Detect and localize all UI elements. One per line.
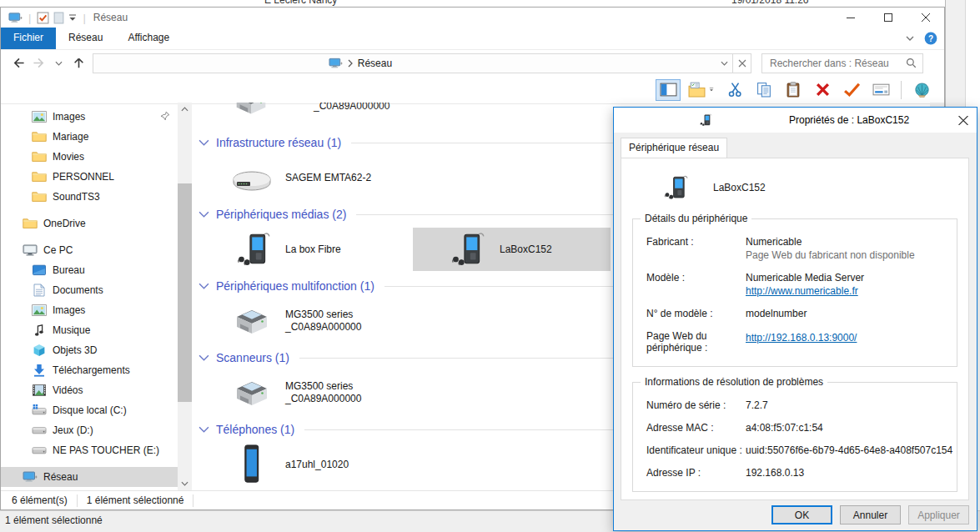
recent-locations-button[interactable]: [49, 54, 68, 73]
folderopts-button[interactable]: [685, 79, 718, 101]
sidebar-item-onedrive[interactable]: OneDrive: [1, 213, 192, 233]
forward-button[interactable]: [29, 54, 48, 73]
sidebar-item-t-l-chargements[interactable]: Téléchargements: [1, 360, 192, 380]
groupbox-title: Détails du périphérique: [641, 213, 751, 224]
ribbon-collapse-icon[interactable]: [906, 36, 914, 41]
device-header: LaBoxC152: [621, 158, 968, 212]
folder-icon: [32, 150, 47, 163]
scrollbar-thumb[interactable]: [178, 183, 192, 402]
item-label: _C0A89A000000: [285, 393, 361, 405]
minimize-button[interactable]: [832, 8, 869, 28]
tab-peripherique-reseau[interactable]: Périphérique réseau: [621, 138, 727, 158]
dialog-tabs: Périphérique réseau: [614, 138, 977, 158]
sidebar-item-movies[interactable]: Movies: [1, 147, 192, 167]
dialog-close-button[interactable]: [943, 108, 977, 133]
printer-icon: [230, 103, 272, 121]
address-dropdown-button[interactable]: [716, 54, 732, 73]
item-mg3500-series-c0a89a000000[interactable]: MG3500 series_C0A89A000000: [199, 299, 396, 343]
group-title: Téléphones (1): [216, 423, 294, 436]
groupbox-informations-de-r-solution-de-probl-mes: Informations de résolution de problèmesN…: [632, 382, 957, 492]
sidebar-item-label: Téléchargements: [53, 364, 130, 376]
item-sagem-emta62-2[interactable]: SAGEM EMTA62-2: [199, 156, 396, 199]
scroll-up-icon[interactable]: [178, 103, 192, 116]
close-button[interactable]: [907, 8, 944, 28]
network-breadcrumb-icon: [329, 58, 343, 69]
sidebar-item-ce-pc[interactable]: Ce PC: [1, 240, 192, 260]
picture-icon: [32, 304, 47, 317]
navpane-button[interactable]: [656, 79, 681, 101]
breadcrumb[interactable]: Réseau: [358, 58, 392, 69]
screen: E Leclerc Nancy 19/01/2018 11:26 1 éléme…: [0, 0, 980, 532]
chevron-down-icon: [199, 426, 209, 434]
sidebar-item-images[interactable]: Images: [1, 300, 192, 320]
sidebar-item-mariage[interactable]: Mariage: [1, 127, 192, 147]
sidebar-item-ne-pas-toucher-e[interactable]: NE PAS TOUCHER (E:): [1, 440, 192, 460]
sidebar-item-soundts3[interactable]: SoundTS3: [1, 187, 192, 207]
properties-card-icon: [872, 82, 890, 98]
item-mg3500-series-c0a89a000000[interactable]: MG3500 series_C0A89A000000: [199, 371, 396, 414]
search-box[interactable]: [761, 53, 923, 73]
media-player-icon: [230, 228, 274, 270]
window-title: Réseau: [93, 12, 128, 23]
chevron-down-icon: [199, 354, 209, 362]
scroll-down-icon[interactable]: [178, 477, 192, 490]
sidebar-item-bureau[interactable]: Bureau: [1, 260, 192, 280]
property-link[interactable]: http://192.168.0.13:9000/: [746, 332, 857, 344]
sidebar-item-musique[interactable]: Musique: [1, 320, 192, 340]
annuler-button[interactable]: Annuler: [840, 505, 901, 524]
check-button[interactable]: [839, 79, 864, 101]
address-cancel-button[interactable]: [733, 53, 751, 73]
sidebar-item-vid-os[interactable]: Vidéos: [1, 380, 192, 400]
media-player-icon: [628, 113, 782, 128]
quick-access-newfolder-icon[interactable]: [53, 12, 65, 24]
paste-button[interactable]: [781, 79, 806, 101]
ok-button[interactable]: OK: [771, 505, 832, 524]
property-row-fabricant: Fabricant :NumericablePage Web du fabric…: [646, 236, 948, 261]
sidebar-scrollbar[interactable]: [178, 103, 192, 490]
property-label: Page Web du périphérique :: [646, 330, 746, 354]
search-input[interactable]: [768, 57, 906, 70]
quick-access-customize-icon[interactable]: [68, 14, 77, 22]
address-bar-row: Réseau: [1, 50, 944, 76]
classic-shell-button[interactable]: [909, 79, 934, 101]
back-button[interactable]: [9, 54, 28, 73]
up-button[interactable]: [69, 54, 88, 73]
copy-button[interactable]: [751, 79, 776, 101]
drive-icon: [32, 424, 47, 437]
classic-shell-icon: [913, 82, 931, 98]
quick-access-properties-icon[interactable]: [37, 12, 49, 24]
address-bar[interactable]: Réseau: [93, 53, 733, 73]
sidebar-item-r-seau[interactable]: Réseau: [1, 467, 178, 487]
item-label: a17uhl_01020: [285, 459, 349, 471]
item-la-box-fibre[interactable]: La box Fibre: [199, 228, 396, 271]
property-link[interactable]: http://www.numericable.fr: [746, 285, 858, 297]
document-icon: [32, 284, 47, 297]
partial-item-label: _C0A89A000000: [314, 103, 389, 112]
delete-button[interactable]: [810, 79, 835, 101]
sidebar-item-objets-3d[interactable]: Objets 3D: [1, 340, 192, 360]
maximize-icon: [884, 13, 892, 22]
sidebar-item-images[interactable]: Images: [1, 107, 192, 127]
cut-icon: [726, 82, 744, 98]
sidebar-item-label: Musique: [53, 324, 90, 336]
maximize-button[interactable]: [869, 8, 907, 28]
tab-affichage[interactable]: Affichage: [115, 28, 182, 49]
properties-card-button[interactable]: [868, 79, 893, 101]
network-icon: [23, 470, 38, 484]
item-laboxc152[interactable]: LaBoxC152: [413, 228, 611, 271]
item-a17uhl-01020[interactable]: a17uhl_01020: [199, 443, 396, 486]
sidebar-item-disque-local-c[interactable]: Disque local (C:): [1, 400, 192, 420]
property-label: Numéro de série :: [646, 399, 746, 411]
tab-reseau[interactable]: Réseau: [56, 28, 115, 49]
tab-fichier[interactable]: Fichier: [1, 28, 56, 49]
cut-button[interactable]: [722, 79, 747, 101]
sidebar-item-jeux-d[interactable]: Jeux (D:): [1, 420, 192, 440]
sidebar-item-personnel[interactable]: PERSONNEL: [1, 167, 192, 187]
groupbox-d-tails-du-p-riph-rique: Détails du périphériqueFabricant :Numeri…: [632, 218, 957, 367]
sidebar-item-documents[interactable]: Documents: [1, 280, 192, 300]
help-icon[interactable]: ?: [924, 32, 937, 45]
dialog-title: Propriétés de : LaBoxC152: [789, 114, 943, 126]
printer-icon: [230, 372, 274, 414]
property-label: Adresse IP :: [646, 467, 746, 479]
partial-item-cut-off[interactable]: _C0A89A000000: [230, 103, 497, 128]
